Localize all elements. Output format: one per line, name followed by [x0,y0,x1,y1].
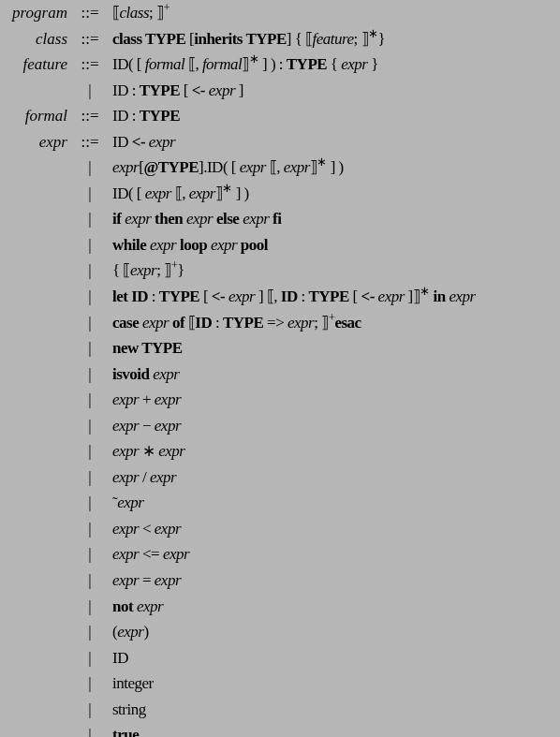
grammar-token: ID [112,133,132,151]
grammar-token: } [368,55,378,73]
grammar-rhs: ⟦class; ⟧+ [112,4,554,22]
grammar-token: ] ) [232,184,249,202]
grammar-token: if [112,210,125,228]
grammar-rhs: class TYPE [inherits TYPE] { ⟦feature; ⟧… [112,30,554,49]
grammar-token: expr [130,261,156,279]
grammar-token: expr [209,81,235,99]
grammar-token: not [112,597,137,615]
grammar-lhs: expr [6,133,67,152]
grammar-lhs [6,339,67,358]
grammar-op: | [73,184,107,203]
grammar-rhs: let ID : TYPE [ <- expr ] ⟦, ID : TYPE [… [112,287,554,306]
grammar-lhs [6,417,67,435]
grammar-op: | [73,365,107,384]
grammar-token: = [139,571,155,589]
grammar-token: expr [163,545,189,563]
grammar-token: { ⟦ [291,30,313,48]
grammar-token: expr [341,55,367,73]
grammar-token: < [139,520,155,538]
grammar-token: isvoid [112,365,153,383]
grammar-token: expr [155,520,181,538]
grammar-rhs: ˜expr [112,494,554,512]
grammar-lhs [6,314,67,332]
grammar-op: | [73,417,107,435]
grammar-lhs [6,700,67,719]
grammar-rhs: ID : TYPE [112,107,554,125]
grammar-rhs: expr ∗ expr [112,442,554,461]
grammar-token: expr [189,184,215,202]
grammar-rhs: expr <= expr [112,545,554,564]
grammar-rhs: not expr [112,597,554,616]
grammar-token: expr [158,442,184,460]
grammar-rhs: expr / expr [112,468,554,487]
grammar-token: expr [153,365,179,383]
grammar-lhs: program [6,4,67,22]
grammar-token: ; ⟧ [156,261,170,279]
grammar-token: class [120,4,150,22]
grammar-lhs [6,520,67,538]
grammar-op: | [73,674,107,693]
grammar-op: | [73,700,107,719]
grammar-op: | [73,520,107,538]
grammar-op: | [73,623,107,641]
grammar-op: ::= [73,4,107,22]
grammar-rhs: expr[@TYPE].ID( [ expr ⟦, expr⟧∗ ] ) [112,158,554,177]
grammar-token: fi [269,210,281,228]
grammar-token: expr [112,417,139,435]
grammar-op: ::= [73,30,107,49]
grammar-token: <- [212,287,228,305]
grammar-token: ID [281,287,302,305]
grammar-token: TYPE [159,287,199,305]
grammar-token: class TYPE [112,30,189,48]
grammar-token: formal [202,55,242,73]
grammar-op: ::= [73,55,107,74]
grammar-token: ] [235,81,243,99]
grammar-token: expr [112,158,139,176]
grammar-token: expr [112,571,139,589]
grammar-token: ) [143,623,148,641]
grammar-token: ID [112,55,128,73]
grammar-token: expr [117,623,143,641]
grammar-token: [ [199,287,212,305]
grammar-op: ::= [73,107,107,125]
grammar-rhs: if expr then expr else expr fi [112,210,554,228]
grammar-token: ∗ [317,156,327,170]
grammar-lhs [6,649,67,668]
grammar-token: } [177,261,184,279]
grammar-token: ] ) [327,158,344,176]
grammar-token: case [112,314,142,332]
grammar-token: loop [176,236,211,254]
grammar-op: | [73,339,107,358]
grammar-token: { [327,55,341,73]
grammar-token: esac [334,314,361,332]
grammar-lhs [6,494,67,512]
grammar-token: pool [237,236,268,254]
grammar-token: <- [132,133,149,151]
grammar-lhs [6,210,67,228]
grammar-token: ∗ [139,442,158,460]
grammar-token: : [152,287,159,305]
grammar-token: expr [112,545,139,563]
grammar-rhs: true [112,726,554,737]
grammar-token: ].ID( [ [199,158,240,176]
grammar-token: [ [349,287,361,305]
grammar-token: <= [139,545,163,563]
grammar-lhs [6,597,67,616]
grammar-op: ::= [73,133,107,152]
grammar-rhs: while expr loop expr pool [112,236,554,255]
grammar-token: ∗ [222,182,232,195]
grammar-token: expr [112,442,139,460]
grammar-token: expr [155,571,181,589]
grammar-lhs [6,184,67,203]
grammar-token: <- [192,81,209,99]
grammar-op: | [73,545,107,564]
grammar-token: TYPE [223,314,267,332]
grammar-op: | [73,236,107,255]
grammar-token: expr [145,184,171,202]
grammar-token: @TYPE [143,158,199,176]
grammar-token: expr [243,210,269,228]
grammar-token: + [139,391,155,408]
grammar-token: expr [211,236,237,254]
grammar-token: expr [117,494,143,511]
grammar-token: ⟦, [171,184,189,202]
